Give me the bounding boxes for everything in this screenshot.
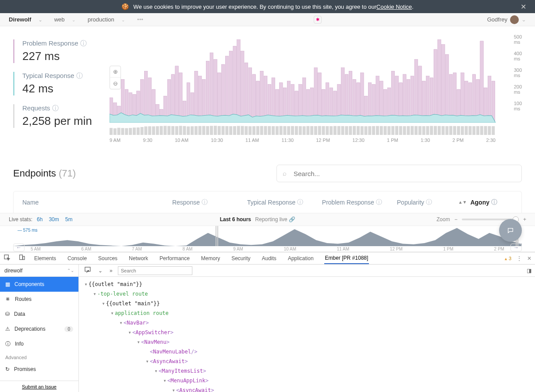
help-icon[interactable]: ⓘ: [52, 104, 59, 112]
th-response[interactable]: Response ⓘ: [172, 198, 247, 206]
user-menu[interactable]: Godfrey ⌄: [487, 15, 526, 24]
tree-row[interactable]: ▾<MenuAppLink>: [79, 376, 535, 385]
svg-rect-179: [415, 126, 418, 135]
help-icon[interactable]: ⓘ: [426, 198, 432, 206]
chevron-down-icon: ⌃⌄: [67, 268, 74, 273]
search-input[interactable]: [276, 165, 522, 182]
cookie-notice-link[interactable]: Cookie Notice: [376, 4, 412, 10]
tree-row[interactable]: ▾<AppSwitcher>: [79, 328, 535, 337]
svg-rect-105: [129, 128, 132, 135]
expand-all-icon[interactable]: »: [108, 267, 114, 275]
warnings-badge[interactable]: 3: [504, 256, 511, 261]
overview-selection-handles[interactable]: [216, 226, 518, 246]
svg-rect-32: [233, 46, 236, 123]
chat-bubble-button[interactable]: [499, 219, 522, 242]
devtools-tab[interactable]: Elements: [33, 252, 57, 264]
th-popularity[interactable]: Popularity ⓘ: [397, 198, 458, 206]
breadcrumb-app[interactable]: Direwolf ⌄: [9, 16, 47, 23]
tree-search-input[interactable]: [118, 266, 192, 275]
tree-row[interactable]: ▾<AsyncAwait>: [79, 385, 535, 392]
svg-rect-144: [280, 126, 283, 135]
breadcrumb-env2[interactable]: production ⌄: [88, 16, 131, 23]
endpoints-table-header: Name Response ⓘ Typical Response ⓘ Probl…: [13, 191, 522, 213]
zoom-out-button[interactable]: ⊖: [110, 78, 120, 89]
th-problem[interactable]: Problem Response ⓘ: [322, 198, 397, 206]
svg-rect-34: [241, 51, 244, 123]
tree-row[interactable]: ▾{{outlet "main"}}: [79, 299, 535, 308]
zoom-in-button[interactable]: ⊕: [110, 66, 120, 78]
range-30m[interactable]: 30m: [49, 216, 59, 222]
scroll-right-button[interactable]: →: [510, 244, 522, 251]
overview-chart[interactable]: — 575 ms ← → 5 AM6 AM7 AM8 AM9 AM10 AM11…: [0, 226, 535, 252]
metric-problem-response[interactable]: Problem Response ⓘ 227 ms: [13, 39, 110, 63]
metric-requests[interactable]: Requests ⓘ 2,258 per min: [13, 104, 110, 128]
svg-rect-118: [179, 126, 182, 135]
tree-row[interactable]: ▾-top-level route: [79, 289, 535, 299]
devtools-tab[interactable]: Sources: [97, 252, 118, 264]
submit-issue-link[interactable]: Submit an Issue: [22, 384, 57, 389]
devtools-tab[interactable]: Memory: [200, 252, 221, 264]
help-icon[interactable]: ⓘ: [297, 198, 303, 206]
range-6h[interactable]: 6h: [37, 216, 43, 222]
close-icon[interactable]: ✕: [521, 3, 526, 11]
tree-row[interactable]: ▾<AsyncAwait>: [79, 357, 535, 366]
svg-rect-130: [225, 126, 228, 135]
component-picker-icon[interactable]: [82, 265, 93, 275]
main-response-chart[interactable]: 500 ms400 ms300 ms200 ms100 ms: [110, 39, 496, 123]
help-icon[interactable]: ⓘ: [76, 72, 83, 79]
zoom-minus-button[interactable]: −: [454, 216, 457, 222]
devtools-tab[interactable]: Performance: [159, 252, 191, 264]
devtools-close-icon[interactable]: ✕: [527, 255, 531, 261]
overview-y-label: — 575 ms: [18, 228, 38, 233]
breadcrumb-env1[interactable]: web ⌄: [54, 16, 81, 23]
svg-rect-167: [368, 126, 371, 135]
kebab-icon[interactable]: ⋮: [517, 255, 522, 261]
help-icon[interactable]: ⓘ: [80, 39, 87, 47]
devtools-tab[interactable]: Security: [230, 252, 251, 264]
svg-rect-120: [187, 127, 190, 135]
devtools-tab[interactable]: Console: [67, 252, 88, 264]
range-5m[interactable]: 5m: [65, 216, 73, 222]
help-icon[interactable]: ⓘ: [491, 198, 497, 206]
inspector-nav-item[interactable]: ⓘInfo: [0, 336, 78, 351]
tree-row[interactable]: ▾{{outlet "main"}}: [79, 279, 535, 289]
svg-rect-164: [357, 126, 360, 135]
toggle-right-pane-icon[interactable]: ◨: [527, 268, 531, 274]
cookie-banner: 🍪 We use cookies to improve your user ex…: [0, 0, 535, 13]
inspector-nav-item[interactable]: ⛁Data: [0, 307, 78, 321]
tree-row[interactable]: ▾<ManyItemsList>: [79, 366, 535, 376]
nav-section-label: Advanced: [0, 351, 78, 362]
app-select[interactable]: direwolf ⌃⌄: [0, 265, 78, 277]
requests-mini-chart[interactable]: [110, 124, 496, 135]
svg-rect-102: [117, 128, 120, 135]
help-icon[interactable]: ⓘ: [202, 198, 208, 206]
inspector-nav-item[interactable]: ↻Promises: [0, 362, 78, 377]
tree-row[interactable]: ▾application route: [79, 308, 535, 318]
component-tree[interactable]: ▾{{outlet "main"}}▾-top-level route▾{{ou…: [79, 277, 535, 392]
metric-typical-response[interactable]: Typical Response ⓘ 42 ms: [13, 72, 110, 95]
th-typical[interactable]: Typical Response ⓘ: [247, 198, 322, 206]
devtools-tab[interactable]: Network: [128, 252, 149, 264]
devtools-tab[interactable]: Application: [287, 252, 315, 264]
inspector-nav-item[interactable]: ⚠Deprecations0: [0, 321, 78, 336]
tree-row[interactable]: ▾<NavBar>: [79, 318, 535, 328]
th-agony[interactable]: ▲▼Agony ⓘ: [458, 198, 513, 206]
tree-row[interactable]: ▾<NavMenuLabel/>: [79, 347, 535, 357]
live-center-strong: Last 6 hours: [220, 216, 251, 222]
device-toggle-icon[interactable]: [18, 254, 25, 262]
th-name[interactable]: Name: [22, 199, 172, 206]
devtools-tab[interactable]: Ember [PR #1088]: [324, 252, 369, 264]
inspector-nav-item[interactable]: ▦Components: [0, 277, 78, 292]
zoom-plus-button[interactable]: +: [523, 216, 526, 222]
link-icon[interactable]: 🔗: [289, 216, 295, 222]
scroll-to-icon[interactable]: ⌄: [96, 267, 104, 275]
breadcrumb-more-icon[interactable]: •••: [137, 16, 143, 23]
scroll-left-button[interactable]: ←: [13, 244, 25, 251]
tree-row[interactable]: ▾<NavMenu>: [79, 337, 535, 347]
inspect-icon[interactable]: [4, 254, 11, 262]
devtools-tab[interactable]: Audits: [261, 252, 277, 264]
help-icon[interactable]: ⓘ: [376, 198, 382, 206]
inspector-nav-item[interactable]: ⛯Routes: [0, 292, 78, 307]
chevron-down-icon: ⌄: [120, 18, 125, 22]
app-logo-icon[interactable]: ✱: [314, 16, 322, 24]
